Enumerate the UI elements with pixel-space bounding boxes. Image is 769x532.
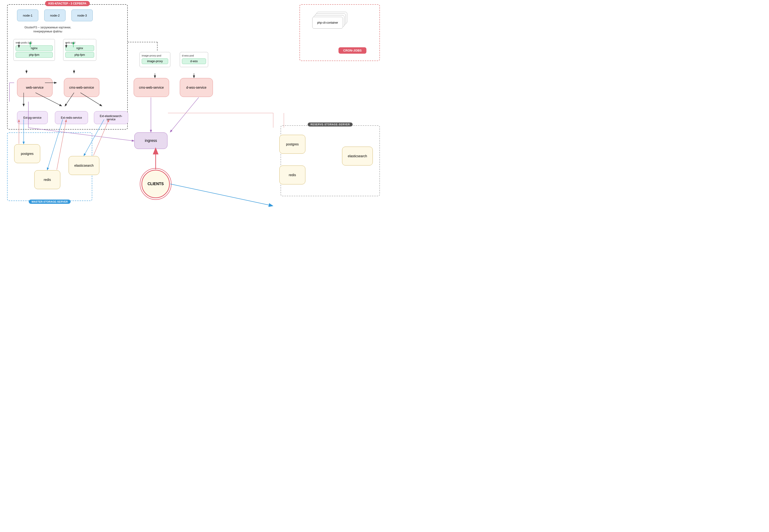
- redis-reserve-label: redis: [289, 173, 296, 177]
- d-wss-inner-box: d-wss: [182, 58, 206, 64]
- php-cli-label: php-cli-container: [317, 21, 338, 24]
- node-1-box: node-1: [17, 9, 38, 21]
- elasticsearch-reserve-label: elasticsearch: [348, 154, 367, 158]
- web-pod-box: web-pod nginx php-fpm: [63, 39, 96, 61]
- ext-pg-label: Ext-pg-service: [23, 116, 42, 119]
- svg-line-20: [170, 184, 272, 206]
- ext-redis-box: Ext-redis-service: [55, 111, 88, 124]
- ext-redis-label: Ext-redis-service: [61, 116, 82, 119]
- ingress-box: ingress: [134, 132, 167, 149]
- cms-web-service-left-label: cms-web-service: [69, 86, 94, 89]
- postgres-main-box: postgres: [14, 144, 40, 163]
- image-proxy-inner-box: image-proxy: [142, 58, 168, 64]
- postgres-reserve-label: postgres: [286, 142, 299, 146]
- web-pod-label: web-pod: [65, 41, 94, 44]
- image-proxy-pod-label: image-proxy-pod: [142, 54, 168, 57]
- svg-line-10: [170, 97, 199, 132]
- k8s-cluster-box: K8S-КЛАСТЕР - 3 СЕРВЕРА node-1 node-2 no…: [7, 4, 128, 130]
- node-1-label: node-1: [23, 14, 32, 17]
- web-pods-label: web-pods (x3): [16, 41, 53, 44]
- php-fpm-inner-box-right: php-fpm: [65, 52, 94, 58]
- diagram-container: K8S-КЛАСТЕР - 3 СЕРВЕРА node-1 node-2 no…: [0, 0, 384, 266]
- clients-label: CLIENTS: [148, 182, 164, 186]
- php-cli-area: php-cli-container CRON-JOBS: [299, 4, 380, 61]
- elasticsearch-main-box: elasticsearch: [69, 156, 99, 175]
- ingress-label: ingress: [145, 139, 157, 143]
- stack-1: php-cli-container: [312, 17, 343, 29]
- k8s-cluster-label: K8S-КЛАСТЕР - 3 СЕРВЕРА: [45, 1, 90, 6]
- node-3-box: node-3: [71, 9, 93, 21]
- nginx-inner-box-left: nginx: [16, 45, 53, 51]
- web-service-label: web-service: [26, 86, 44, 89]
- reserve-storage-label: RESERVE-STORAGE-SERVER: [308, 122, 353, 126]
- master-storage-label: MASTER-STORAGE-SERVER: [29, 200, 70, 204]
- image-proxy-pod-box: image-proxy-pod image-proxy: [139, 52, 170, 67]
- cms-web-service-right-box: cms-web-service: [134, 78, 169, 97]
- node-3-label: node-3: [77, 14, 87, 17]
- cms-web-service-right-label: cms-web-service: [139, 86, 164, 89]
- elasticsearch-reserve-box: elasticsearch: [342, 147, 373, 166]
- cms-web-service-left-box: cms-web-service: [64, 78, 99, 97]
- elasticsearch-main-label: elasticsearch: [74, 164, 94, 167]
- redis-main-label: redis: [44, 178, 51, 182]
- glusterfs-label: GlusterFS – загружаемые картинки, генери…: [24, 26, 71, 34]
- node-2-label: node-2: [50, 14, 60, 17]
- redis-main-box: redis: [34, 170, 60, 189]
- nginx-inner-box-right: nginx: [65, 45, 94, 51]
- ext-elastic-box: Ext-elasticsearch-service: [94, 111, 128, 124]
- d-wss-service-box: d-wss-service: [180, 78, 213, 97]
- postgres-reserve-box: postgres: [279, 135, 305, 154]
- redis-reserve-box: redis: [279, 166, 305, 184]
- d-wss-pod-box: d-wss-pod d-wss: [180, 52, 208, 67]
- web-service-box: web-service: [17, 78, 52, 97]
- ext-elastic-label: Ext-elasticsearch-service: [96, 114, 126, 121]
- d-wss-pod-label: d-wss-pod: [182, 54, 206, 57]
- web-pods-box: web-pods (x3) nginx php-fpm: [13, 39, 55, 61]
- cron-jobs-label: CRON-JOBS: [338, 47, 366, 54]
- php-fpm-inner-box-left: php-fpm: [16, 52, 53, 58]
- stacked-boxes: php-cli-container: [312, 12, 349, 33]
- node-2-box: node-2: [44, 9, 65, 21]
- stacked-boxes-container: php-cli-container: [312, 12, 349, 33]
- ext-pg-box: Ext-pg-service: [17, 111, 48, 124]
- postgres-main-label: postgres: [21, 152, 34, 156]
- d-wss-service-label: d-wss-service: [186, 86, 206, 89]
- clients-circle: CLIENTS: [141, 170, 170, 198]
